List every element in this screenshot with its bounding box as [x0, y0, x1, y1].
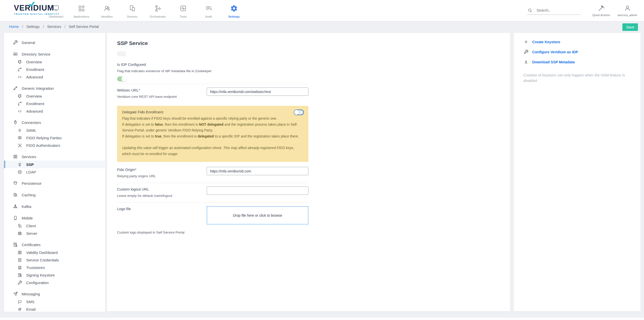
websec-url-input[interactable] [207, 87, 308, 96]
breadcrumb-services[interactable]: Services [47, 25, 61, 29]
link-create-keystore[interactable]: Create Keystore [523, 39, 631, 44]
sidebar-item-connectors[interactable]: Connectors [4, 118, 105, 126]
store-icon [17, 265, 22, 270]
at-icon [17, 307, 22, 312]
connector-icon [13, 120, 18, 125]
sidebar-item-messaging[interactable]: Messaging [4, 290, 105, 298]
is-idp-configured-toggle[interactable] [117, 76, 127, 81]
settings-sidebar: General Directory Service Overview Enrol… [4, 33, 105, 312]
sidebar-item-certificates[interactable]: Certificates [4, 241, 105, 249]
sidebar-item-client[interactable]: Client [4, 222, 105, 230]
field-fido-origin: Fido Origin* Relying party origins URL [117, 163, 308, 183]
sidebar-item-validity-dashboard[interactable]: Validity Dashboard [4, 249, 105, 256]
sidebar-item-fido-relying-parties[interactable]: FIDO Relying Parties [4, 134, 105, 142]
nav-item-identities[interactable]: Identities [94, 0, 120, 21]
quick-actions-button[interactable]: Quick Actions [588, 5, 614, 17]
logo-file-dropzone[interactable]: Drop file here or click to browse [207, 206, 308, 224]
nav-item-tools[interactable]: Tools [170, 0, 196, 21]
fido-origin-input[interactable] [207, 167, 308, 175]
sidebar-item-overview[interactable]: Overview [4, 92, 105, 100]
save-button[interactable]: Save [622, 23, 638, 31]
sidebar-item-persistence[interactable]: Persistence [4, 179, 105, 187]
breadcrumb-separator: / [22, 25, 23, 29]
sidebar-item-signing-keystore[interactable]: Signing Keystore [4, 271, 105, 279]
sidebar-item-server[interactable]: Server [4, 230, 105, 237]
nav-item-audit[interactable]: Audit [196, 0, 221, 21]
field-logo-file: Logo file Drop file here or click to bro… [117, 203, 308, 239]
sidebar-item-caching[interactable]: Caching [4, 191, 105, 199]
sidebar-item-configuration[interactable]: Configuration [4, 279, 105, 286]
sidebar-item-saml[interactable]: SAML [4, 126, 105, 134]
sidebar-item-ldap[interactable]: LDAP [4, 168, 105, 176]
sidebar-item-kafka[interactable]: Kafka [4, 202, 105, 210]
field-custom-logout-url: Custom logout URL Leave empty for defaul… [117, 183, 308, 203]
pulse-box-icon [179, 5, 187, 13]
custom-logout-url-input[interactable] [207, 187, 308, 195]
breadcrumb-settings[interactable]: Settings [26, 25, 40, 29]
main-panel: SSP Service Is IDP Configured Flag that … [107, 33, 510, 311]
bottom-strip [0, 317, 644, 320]
nav-item-settings[interactable]: Settings [221, 0, 247, 21]
link-configure-veridium-as-idp[interactable]: Configure Veridium as IDP [523, 50, 631, 54]
home-user-icon [17, 162, 22, 167]
sidebar-item-service-credentials[interactable]: Service Credentials [4, 256, 105, 264]
primary-nav: Dashboard Applications Identities Device… [43, 0, 247, 21]
plus-icon [523, 39, 528, 44]
nav-item-devices[interactable]: Devices [120, 0, 145, 21]
toggle-knob [294, 110, 299, 115]
actions-panel: Create Keystore Configure Veridium as ID… [514, 33, 640, 311]
sidebar-item-sms[interactable]: SMS [4, 298, 105, 305]
ad-box-icon [13, 52, 18, 57]
tab-general[interactable] [117, 51, 126, 56]
keystore-hsm-note: Creation of keystore can only happen whe… [523, 73, 631, 84]
code-icon [17, 109, 22, 114]
sidebar-item-directory-service[interactable]: Directory Service [4, 50, 105, 58]
sidebar-item-general[interactable]: General [4, 38, 105, 47]
sidebar-item-advanced[interactable]: Advanced [4, 73, 105, 81]
cache-icon [13, 192, 18, 197]
server-icon [17, 231, 22, 236]
search-input[interactable] [536, 8, 574, 12]
sidebar-item-mobile[interactable]: Mobile [4, 214, 105, 222]
nav-item-applications[interactable]: Applications [69, 0, 94, 21]
field-websec-url: Websec URL* Veridium core REST API base … [117, 84, 308, 103]
wand-icon [598, 5, 605, 12]
nav-item-orchestrator[interactable]: Orchestrator [145, 0, 170, 21]
monitor-icon [52, 5, 60, 13]
delegate-fido-label: Delegate Fido Enrollment [122, 110, 303, 114]
tab-key-management[interactable] [147, 51, 156, 56]
network-icon [17, 94, 22, 99]
sidebar-item-enrollment[interactable]: Enrollment [4, 66, 105, 73]
sidebar-item-email[interactable]: Email [4, 305, 105, 312]
sidebar-item-enrollment[interactable]: Enrollment [4, 100, 105, 107]
user-menu[interactable]: aencica_admin [614, 5, 640, 17]
wrench-icon [523, 50, 528, 54]
sidebar-item-services[interactable]: Services [4, 153, 105, 161]
sidebar-item-overview[interactable]: Overview [4, 58, 105, 66]
page-title: SSP Service [117, 40, 500, 46]
sidebar-item-generic-integration[interactable]: Generic Integration [4, 84, 105, 92]
target-icon [17, 128, 22, 133]
delegate-fido-toggle[interactable] [294, 110, 304, 115]
sidebar-item-advanced[interactable]: Advanced [4, 107, 105, 115]
breadcrumb-bar: Home / Settings / Services / Self Servic… [0, 21, 644, 33]
top-bar: VERIDIUM TRUSTED DIGITAL IDENTITY Dashbo… [0, 0, 644, 21]
tab-identity-provider[interactable] [162, 51, 171, 56]
face-scan-icon [17, 143, 22, 148]
breadcrumb-home-link[interactable]: Home [9, 25, 19, 29]
sidebar-item-truststores[interactable]: Truststores [4, 264, 105, 271]
nav-item-dashboard[interactable]: Dashboard [43, 0, 69, 21]
breadcrumb-separator: / [43, 25, 44, 29]
route-icon [17, 67, 22, 72]
breadcrumb-current-page: Self Service Portal [69, 25, 99, 29]
sidebar-item-fido-authenticators[interactable]: FIDO Authenticators [4, 142, 105, 149]
global-search[interactable] [526, 7, 581, 15]
link-download-ssp-metadata[interactable]: Download SSP Metadata [523, 60, 631, 64]
tab-saml-configuration[interactable] [132, 51, 141, 56]
doc-lock-icon [17, 273, 22, 278]
quick-actions-label: Quick Actions [592, 13, 610, 17]
username-label: aencica_admin [618, 13, 637, 17]
sidebar-item-ssp[interactable]: SSP [4, 161, 105, 168]
delegate-fido-warning-note: Updating this value will trigger an auto… [122, 145, 303, 157]
grid-icon [17, 250, 22, 255]
